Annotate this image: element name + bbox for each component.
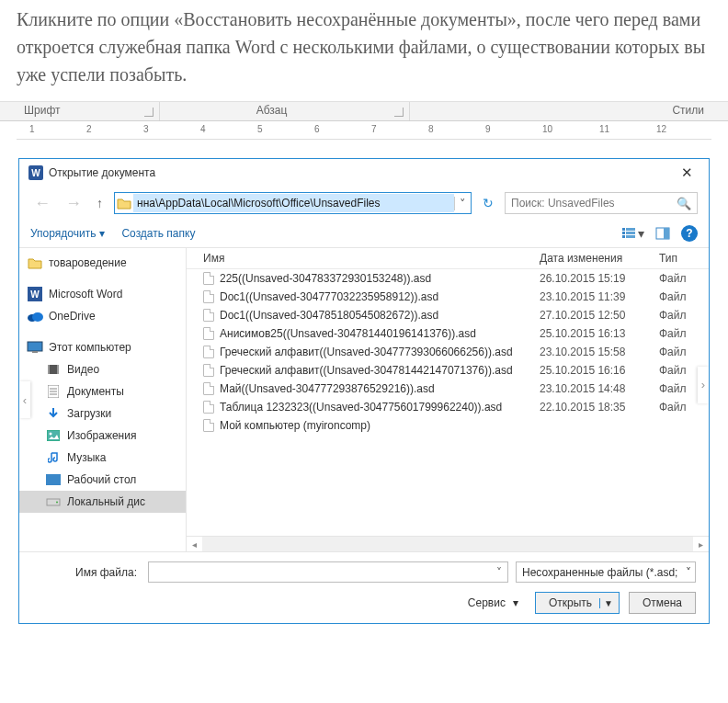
file-icon bbox=[203, 419, 214, 432]
search-icon[interactable]: 🔍 bbox=[677, 197, 691, 210]
preview-pane-button[interactable] bbox=[655, 227, 670, 240]
refresh-icon[interactable]: ↻ bbox=[479, 196, 497, 210]
ruler-tick: 10 bbox=[542, 124, 552, 134]
nav-item-label: товароведение bbox=[49, 256, 127, 269]
scroll-right-chevron[interactable]: › bbox=[698, 367, 709, 403]
file-filter-combo[interactable]: Несохраненные файлы (*.asd; ˅ bbox=[516, 561, 696, 583]
file-row[interactable]: Греческий алфавит((Unsaved-3047773930660… bbox=[187, 343, 709, 361]
word-ribbon: Шрифт Абзац Стили bbox=[0, 101, 728, 121]
nav-item[interactable]: Рабочий стол bbox=[19, 469, 186, 491]
open-button[interactable]: Открыть▼ bbox=[535, 592, 620, 614]
nav-item[interactable]: Музыка bbox=[19, 447, 186, 469]
file-row[interactable]: Таблица 1232323((Unsaved-304775601799962… bbox=[187, 398, 709, 416]
docs-icon bbox=[45, 384, 62, 399]
back-arrow-icon[interactable]: ← bbox=[30, 194, 54, 213]
file-date: 26.10.2015 15:19 bbox=[540, 272, 659, 285]
nav-item-label: Загрузки bbox=[67, 407, 111, 420]
file-icon bbox=[203, 382, 214, 395]
file-icon bbox=[203, 401, 214, 414]
file-name: Май((Unsaved-304777293876529216)).asd bbox=[220, 382, 435, 395]
chevron-down-icon[interactable]: ˅ bbox=[491, 566, 507, 579]
file-date: 23.10.2015 14:48 bbox=[540, 382, 659, 395]
file-list[interactable]: 225((Unsaved-304783372930153248)).asd26.… bbox=[187, 269, 709, 536]
file-row[interactable]: 225((Unsaved-304783372930153248)).asd26.… bbox=[187, 269, 709, 288]
nav-item[interactable]: товароведение bbox=[19, 252, 186, 274]
scroll-right-icon[interactable]: ▸ bbox=[693, 539, 709, 550]
scroll-left-icon[interactable]: ◂ bbox=[187, 539, 202, 550]
svg-rect-0 bbox=[622, 228, 625, 231]
column-name[interactable]: Имя bbox=[187, 252, 540, 265]
nav-item[interactable]: Этот компьютер bbox=[19, 336, 186, 358]
ruler-tick: 12 bbox=[656, 124, 666, 134]
new-folder-button[interactable]: Создать папку bbox=[121, 227, 195, 240]
file-type: Файл bbox=[659, 290, 709, 303]
nav-item[interactable]: Изображения bbox=[19, 425, 186, 447]
dialog-body: ‹ товароведениеWMicrosoft WordOneDriveЭт… bbox=[19, 248, 709, 551]
close-icon[interactable]: ✕ bbox=[674, 164, 700, 181]
forward-arrow-icon[interactable]: → bbox=[62, 194, 85, 213]
svg-point-25 bbox=[56, 502, 58, 504]
file-type: Файл bbox=[659, 309, 709, 322]
file-row[interactable]: Мой компьютер (myironcomp) bbox=[187, 416, 709, 435]
file-icon bbox=[203, 309, 214, 322]
dialog-toolbar: Упорядочить▾ Создать папку ▾ ? bbox=[19, 220, 709, 248]
tools-button[interactable]: Сервис▾ bbox=[468, 596, 518, 609]
chevron-down-icon: ▾ bbox=[513, 596, 518, 609]
filename-combo[interactable]: ˅ bbox=[148, 561, 508, 583]
file-row[interactable]: Май((Unsaved-304777293876529216)).asd23.… bbox=[187, 380, 709, 398]
file-row[interactable]: Анисимов25((Unsaved-304781440196141376))… bbox=[187, 324, 709, 343]
desk-icon bbox=[45, 472, 62, 487]
file-type bbox=[659, 419, 709, 432]
nav-item[interactable]: Загрузки bbox=[19, 403, 186, 425]
column-type[interactable]: Тип bbox=[659, 252, 709, 265]
nav-item[interactable]: Видео bbox=[19, 358, 186, 380]
search-box[interactable]: Поиск: UnsavedFiles 🔍 bbox=[505, 192, 698, 214]
column-headers[interactable]: Имя Дата изменения Тип bbox=[187, 248, 709, 269]
file-icon bbox=[203, 346, 214, 358]
navigation-pane[interactable]: ‹ товароведениеWMicrosoft WordOneDriveЭт… bbox=[19, 248, 187, 551]
help-icon[interactable]: ? bbox=[681, 225, 698, 242]
dialog-launcher-icon[interactable] bbox=[394, 108, 404, 117]
search-placeholder: Поиск: UnsavedFiles bbox=[511, 197, 615, 210]
file-name: Doc1((Unsaved-304777032235958912)).asd bbox=[220, 290, 438, 303]
nav-item[interactable]: Локальный дис bbox=[19, 491, 186, 513]
path-input[interactable] bbox=[133, 194, 454, 212]
horizontal-ruler[interactable]: 123456789101112 bbox=[17, 121, 711, 140]
file-list-area: › Имя Дата изменения Тип 225((Unsaved-30… bbox=[187, 248, 709, 551]
scroll-left-chevron[interactable]: ‹ bbox=[19, 381, 30, 418]
file-row[interactable]: Doc1((Unsaved-304785180545082672)).asd27… bbox=[187, 306, 709, 324]
file-name: Мой компьютер (myironcomp) bbox=[220, 419, 370, 432]
chevron-down-icon: ▾ bbox=[99, 227, 105, 240]
file-name: Doc1((Unsaved-304785180545082672)).asd bbox=[220, 309, 438, 322]
dialog-launcher-icon[interactable] bbox=[144, 108, 154, 117]
address-bar-row: ← → ↑ ˅ ↻ Поиск: UnsavedFiles 🔍 bbox=[19, 187, 709, 220]
folder-icon bbox=[27, 255, 43, 270]
cancel-button[interactable]: Отмена bbox=[629, 592, 696, 614]
view-mode-button[interactable]: ▾ bbox=[621, 226, 644, 241]
disk-icon bbox=[45, 494, 62, 509]
split-dropdown-icon[interactable]: ▼ bbox=[599, 598, 613, 608]
svg-rect-15 bbox=[48, 365, 50, 374]
nav-item[interactable]: Документы bbox=[19, 380, 186, 403]
ruler-tick: 2 bbox=[86, 124, 92, 134]
chevron-down-icon[interactable]: ˅ bbox=[682, 566, 695, 579]
file-icon bbox=[203, 272, 214, 285]
folder-icon bbox=[115, 196, 133, 210]
file-row[interactable]: Греческий алфавит((Unsaved-3047814421470… bbox=[187, 361, 709, 380]
ruler-tick: 1 bbox=[29, 124, 35, 134]
article-paragraph: Кликните по опции «Восстановить несохран… bbox=[0, 0, 728, 101]
horizontal-scrollbar[interactable]: ◂ ▸ bbox=[187, 536, 709, 551]
svg-rect-4 bbox=[622, 235, 625, 238]
organize-button[interactable]: Упорядочить▾ bbox=[30, 227, 105, 240]
nav-item[interactable]: OneDrive bbox=[19, 305, 186, 327]
ruler-tick: 5 bbox=[257, 124, 263, 134]
file-row[interactable]: Doc1((Unsaved-304777032235958912)).asd23… bbox=[187, 288, 709, 306]
address-bar[interactable]: ˅ bbox=[114, 192, 472, 214]
svg-rect-21 bbox=[47, 430, 60, 441]
file-date: 22.10.2015 18:35 bbox=[540, 401, 659, 414]
column-date[interactable]: Дата изменения bbox=[540, 252, 659, 265]
ruler-tick: 9 bbox=[485, 124, 491, 134]
path-dropdown-icon[interactable]: ˅ bbox=[454, 197, 471, 210]
up-arrow-icon[interactable]: ↑ bbox=[93, 196, 107, 210]
nav-item[interactable]: WMicrosoft Word bbox=[19, 283, 186, 305]
